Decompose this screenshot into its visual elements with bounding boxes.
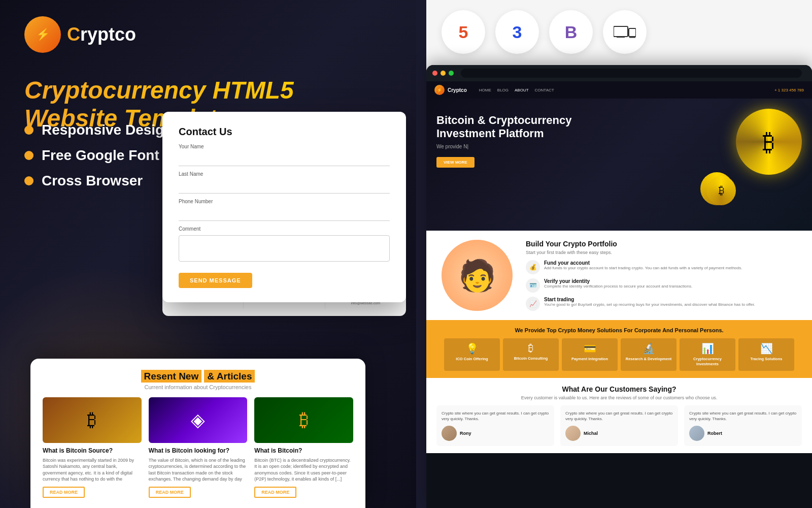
articles-subtitle: Current information about Cryptocurrenci… bbox=[43, 384, 353, 390]
article-item-1: ₿ What is Bitcoin Source? Bitcoin was ex… bbox=[43, 397, 142, 498]
testimonials-title: What Are Our Customers Saying? bbox=[436, 385, 802, 393]
feature-label: Cross Browser bbox=[42, 173, 143, 189]
portfolio-person: 🧑 bbox=[436, 240, 518, 311]
service-ico-icon: 💡 bbox=[448, 342, 496, 355]
article-item-2: ◈ What is Bitcoin looking for? The value… bbox=[149, 397, 248, 498]
tech-icons: 5 3 B bbox=[442, 10, 647, 54]
css3-icon-circle: 3 bbox=[495, 10, 539, 54]
author-avatar-rony bbox=[442, 426, 457, 441]
nav-link-blog[interactable]: BLOG bbox=[497, 88, 509, 92]
service-tracing-label: Tracing Solutions bbox=[742, 357, 790, 362]
articles-title-prefix: Resent New bbox=[141, 370, 202, 383]
service-tracing: 📉 Tracing Solutions bbox=[738, 338, 794, 371]
read-more-button-3[interactable]: READ MORE bbox=[254, 487, 296, 498]
site-nav-links: HOME BLOG ABOUT CONTACT bbox=[479, 88, 554, 92]
testimonial-text-3: Crypto site where you can get great resu… bbox=[689, 410, 797, 422]
article-title-3: What is Bitcoin? bbox=[254, 447, 353, 454]
phone-input[interactable] bbox=[179, 206, 390, 221]
services-grid: 💡 ICO Coin Offering ₿ Bitcoin Consulting… bbox=[436, 338, 802, 371]
testimonial-3: Crypto site where you can get great resu… bbox=[684, 405, 802, 446]
right-panel: 5 3 B ⚡ Cryptco bbox=[426, 0, 812, 508]
feature-dot bbox=[24, 176, 33, 185]
feature-item-responsive: Responsive Design bbox=[24, 122, 173, 138]
last-name-field-group: Last Name bbox=[179, 171, 390, 194]
author-avatar-michal bbox=[565, 426, 581, 441]
articles-card: Resent New & Articles Current informatio… bbox=[30, 359, 365, 508]
services-section: We Provide Top Crypto Money Solutions Fo… bbox=[426, 320, 812, 378]
testimonial-author-3: Robert bbox=[689, 426, 797, 441]
sub-coin-right: ₿ bbox=[706, 176, 736, 205]
testimonial-1: Crypto site where you can get great resu… bbox=[436, 405, 554, 446]
site-phone: + 1 323 456 789 bbox=[774, 88, 804, 92]
comment-field-group: Comment bbox=[179, 226, 390, 264]
service-payment-label: Payment Integration bbox=[566, 357, 614, 362]
last-name-input[interactable] bbox=[179, 178, 390, 194]
browser-dot-yellow bbox=[441, 71, 446, 76]
read-more-button-1[interactable]: READ MORE bbox=[43, 487, 85, 498]
svg-rect-1 bbox=[617, 37, 625, 38]
portfolio-section: 🧑 Build Your Crypto Portfolio Start your… bbox=[426, 231, 812, 320]
last-name-label: Last Name bbox=[179, 171, 390, 177]
logo-area: Cryptco bbox=[24, 16, 136, 53]
send-message-button[interactable]: SEND MESSAGE bbox=[179, 273, 252, 288]
step-icon-verify: 🪪 bbox=[526, 278, 540, 293]
site-logo-text: Cryptco bbox=[448, 87, 467, 93]
service-payment-icon: 💳 bbox=[566, 342, 614, 355]
hero-cta-button[interactable]: VIEW MORE bbox=[436, 157, 475, 168]
service-ico-label: ICO Coin Offering bbox=[448, 357, 496, 362]
features-list: Responsive Design Free Google Font Cross… bbox=[24, 122, 173, 198]
service-research-icon: 🔬 bbox=[625, 342, 672, 355]
service-payment: 💳 Payment Integration bbox=[562, 338, 618, 371]
testimonials-grid: Crypto site where you can get great resu… bbox=[436, 405, 802, 446]
step-info-1: Fund your account Add funds to your cryp… bbox=[544, 260, 742, 271]
comment-label: Comment bbox=[179, 226, 390, 232]
site-hero: Bitcoin & Cryptocurrency Investment Plat… bbox=[426, 99, 812, 231]
responsive-icon-circle bbox=[603, 10, 647, 54]
step-desc-1: Add funds to your crypto account to star… bbox=[544, 266, 742, 271]
phone-label: Phone Number bbox=[179, 199, 390, 204]
portfolio-steps: 💰 Fund your account Add funds to your cr… bbox=[526, 260, 802, 311]
contact-form-card: Contact Us Your Name Last Name Phone Num… bbox=[162, 112, 406, 302]
phone-field-group: Phone Number bbox=[179, 199, 390, 221]
service-investments-icon: 📊 bbox=[684, 342, 731, 355]
article-desc-1: Bitcoin was experimentally started in 20… bbox=[43, 457, 142, 483]
author-name-michal: Michal bbox=[584, 431, 598, 436]
read-more-button-2[interactable]: READ MORE bbox=[149, 487, 191, 498]
name-input[interactable] bbox=[179, 151, 390, 166]
contact-form-title: Contact Us bbox=[179, 126, 390, 138]
article-desc-3: Bitcoin (BTC) is a decentralized cryptoc… bbox=[254, 457, 353, 483]
nav-link-about[interactable]: ABOUT bbox=[515, 88, 529, 92]
step-desc-3: You're good to go! Buy/sell crypto, set … bbox=[544, 302, 755, 307]
testimonial-text-2: Crypto site where you can get great resu… bbox=[565, 410, 673, 422]
article-image-btc: ₿ bbox=[254, 397, 353, 443]
service-investments-label: Cryptocurrency Investments bbox=[684, 357, 731, 367]
article-image-bitcoin: ₿ bbox=[43, 397, 142, 443]
nav-link-home[interactable]: HOME bbox=[479, 88, 491, 92]
logo-rest: ryptco bbox=[80, 24, 136, 45]
articles-title: Resent New & Articles bbox=[43, 371, 353, 382]
portfolio-subtitle: Start your first trade with these easy s… bbox=[526, 250, 802, 255]
hero-coins: ₿ ₿ ₿ bbox=[700, 109, 802, 220]
service-bitcoin-icon: ₿ bbox=[507, 342, 555, 354]
nav-link-contact[interactable]: CONTACT bbox=[535, 88, 554, 92]
css3-label: 3 bbox=[513, 22, 522, 42]
logo-icon bbox=[24, 16, 61, 53]
name-label: Your Name bbox=[179, 144, 390, 149]
article-title-2: What is Bitcoin looking for? bbox=[149, 447, 248, 454]
logo-text: Cryptco bbox=[67, 24, 136, 45]
html5-label: 5 bbox=[459, 22, 468, 42]
testimonial-author-1: Rony bbox=[442, 426, 549, 441]
step-icon-trade: 📈 bbox=[526, 297, 540, 311]
comment-textarea[interactable] bbox=[179, 235, 390, 262]
step-desc-2: Complete the identity verification proce… bbox=[544, 284, 692, 289]
person-avatar: 🧑 bbox=[442, 240, 513, 311]
portfolio-title: Build Your Crypto Portfolio bbox=[526, 240, 802, 248]
svg-rect-3 bbox=[629, 37, 635, 38]
left-panel: Cryptco Cryptocurrency HTML5 Website Tem… bbox=[0, 0, 416, 508]
services-title: We Provide Top Crypto Money Solutions Fo… bbox=[436, 327, 802, 333]
author-avatar-robert bbox=[689, 426, 704, 441]
bootstrap-icon-circle: B bbox=[549, 10, 593, 54]
browser-dot-red bbox=[432, 71, 437, 76]
site-nav: ⚡ Cryptco HOME BLOG ABOUT CONTACT + 1 32… bbox=[426, 81, 812, 99]
service-research: 🔬 Research & Development bbox=[621, 338, 676, 371]
